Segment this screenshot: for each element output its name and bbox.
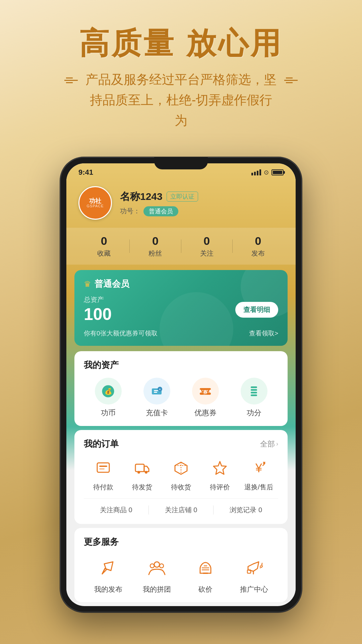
quick-link-history[interactable]: 浏览记录 0 [214, 504, 278, 516]
pending-ship-svg [133, 460, 151, 477]
svg-point-26 [160, 564, 164, 568]
order-label-return: 退换/售后 [239, 483, 278, 492]
service-promote[interactable]: 推广中心 [230, 554, 278, 594]
stat-favorites[interactable]: 0 收藏 [78, 234, 129, 258]
asset-item-recharge[interactable]: + 充值卡 [132, 378, 181, 418]
service-label-publish: 我的发布 [84, 585, 132, 594]
stat-following-label: 关注 [181, 249, 232, 258]
profile-name: 名称1243 [120, 190, 163, 204]
svg-text:券: 券 [203, 390, 208, 395]
promote-svg [245, 559, 263, 577]
order-label-pending-review: 待评价 [200, 483, 239, 492]
service-label-group: 我的拼团 [132, 585, 181, 594]
order-icon-pending-ship [130, 457, 154, 480]
avatar-sub: GSPACE [86, 204, 104, 208]
wifi-icon: ⊙ [264, 169, 269, 176]
orders-title: 我的订单 [84, 438, 119, 450]
services-title: 更多服务 [84, 536, 119, 548]
quick-link-fav-store[interactable]: 关注店铺 0 [149, 504, 214, 516]
battery-icon [272, 169, 284, 175]
publish-svg [100, 559, 117, 577]
status-time: 9:41 [78, 168, 93, 177]
assets-icons-row: 💰 功币 [84, 378, 278, 418]
orders-section-header: 我的订单 全部 › [84, 438, 278, 450]
coupon-link[interactable]: 查看领取> [249, 329, 278, 338]
order-label-pending-ship: 待发货 [123, 483, 162, 492]
svg-rect-19 [135, 464, 144, 472]
deco-line-right [284, 80, 298, 81]
bargain-svg [197, 559, 214, 577]
stat-following[interactable]: 0 关注 [181, 234, 232, 258]
service-icon-promote [241, 554, 267, 581]
stats-row: 0 收藏 0 粉丝 0 关注 [66, 228, 296, 265]
header-subtitle: 产品及服务经过平台严格筛选，坚 持品质至上，杜绝-切弄虚作假行 为 [0, 69, 362, 130]
gongbi-svg: 💰 [101, 384, 116, 399]
avatar[interactable]: 功社 GSPACE [78, 186, 112, 220]
order-label-pending-pay: 待付款 [84, 483, 123, 492]
assets-value: 100 [84, 304, 235, 324]
stat-followers-value: 0 [130, 234, 181, 248]
stat-followers-label: 粉丝 [130, 249, 181, 258]
avatar-logo: 功社 [89, 198, 101, 204]
services-row: 我的发布 [84, 554, 278, 594]
card-body: 总资产 100 查看明细 [84, 295, 278, 324]
header-title: 高质量 放心用 [0, 27, 362, 60]
order-icon-pending-review [208, 457, 232, 480]
profile-name-row: 名称1243 立即认证 [120, 190, 284, 204]
service-icon-bargain [192, 554, 219, 581]
svg-point-24 [154, 562, 160, 567]
service-bargain[interactable]: 砍价 [181, 554, 230, 594]
order-quick-links: 关注商品 0 关注店铺 0 浏览记录 0 [84, 498, 278, 516]
assets-title: 我的资产 [84, 359, 119, 371]
service-group[interactable]: 我的拼团 [132, 554, 181, 594]
order-return[interactable]: ¥ 退换/售后 [239, 457, 278, 492]
stat-following-value: 0 [181, 234, 232, 248]
svg-rect-4 [154, 392, 157, 393]
svg-rect-12 [251, 386, 257, 388]
order-pending-review[interactable]: 待评价 [200, 457, 239, 492]
stat-publish-value: 0 [233, 234, 284, 248]
asset-icon-coupon: 券 [192, 378, 219, 405]
recharge-svg: + [149, 384, 164, 399]
asset-item-gongbi[interactable]: 💰 功币 [84, 378, 132, 418]
asset-icon-points [241, 378, 267, 405]
order-icon-return: ¥ [247, 457, 270, 480]
deco-line-left [64, 80, 78, 81]
battery-fill [273, 171, 282, 174]
stat-followers[interactable]: 0 粉丝 [130, 234, 181, 258]
svg-rect-15 [251, 394, 257, 396]
header-section: 高质量 放心用 产品及服务经过平台严格筛选，坚 持品质至上，杜绝-切弄虚作假行 … [0, 0, 362, 144]
order-pending-pay[interactable]: 待付款 [84, 457, 123, 492]
subtitle-line3: 为 [175, 113, 187, 127]
asset-icon-gongbi: 💰 [95, 378, 122, 405]
points-svg [246, 384, 261, 399]
phone-notch [154, 157, 208, 169]
crown-icon: ♛ [84, 279, 91, 289]
order-pending-ship[interactable]: 待发货 [123, 457, 162, 492]
asset-label-gongbi: 功币 [84, 408, 132, 418]
coupon-svg: 券 [198, 384, 213, 399]
stat-favorites-value: 0 [78, 234, 129, 248]
svg-text:+: + [159, 388, 161, 391]
stat-publish[interactable]: 0 发布 [233, 234, 284, 258]
svg-text:¥: ¥ [255, 461, 262, 475]
stat-publish-label: 发布 [233, 249, 284, 258]
phone-mockup: 9:41 ⊙ [60, 157, 302, 612]
quick-link-fav-product[interactable]: 关注商品 0 [84, 504, 148, 516]
coupon-text: 你有0张大额优惠券可领取 [84, 329, 158, 338]
verify-badge[interactable]: 立即认证 [167, 192, 198, 202]
svg-rect-14 [251, 392, 257, 393]
svg-rect-13 [251, 389, 257, 391]
asset-item-points[interactable]: 功分 [230, 378, 278, 418]
status-icons: ⊙ [251, 169, 284, 176]
order-pending-receive[interactable]: 待收货 [162, 457, 200, 492]
svg-point-25 [150, 564, 154, 568]
detail-button[interactable]: 查看明细 [235, 302, 278, 318]
service-publish[interactable]: 我的发布 [84, 554, 132, 594]
profile-id-label: 功号： [120, 207, 140, 216]
asset-label-recharge: 充值卡 [132, 408, 181, 418]
asset-item-coupon[interactable]: 券 优惠券 [181, 378, 230, 418]
orders-all-link[interactable]: 全部 › [260, 439, 278, 449]
asset-label-coupon: 优惠券 [181, 408, 230, 418]
profile-info: 名称1243 立即认证 功号： 普通会员 [120, 190, 284, 216]
